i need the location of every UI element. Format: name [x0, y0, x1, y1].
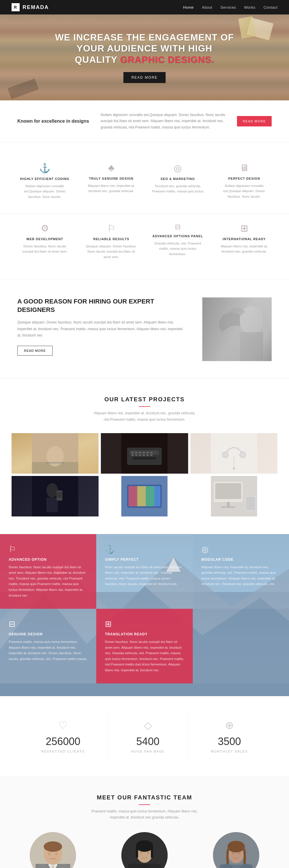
par-empty	[193, 609, 289, 683]
stat-clients-label: RESPECTED CLIENTS	[41, 750, 85, 753]
svg-rect-17	[139, 455, 141, 456]
stat-clients-number: 256000	[41, 736, 85, 748]
project-svg-2	[101, 433, 188, 474]
svg-rect-18	[143, 455, 145, 456]
svg-rect-7	[127, 447, 162, 465]
svg-point-76	[227, 841, 245, 852]
excellence-heading: Known for excellence in designs	[17, 118, 89, 124]
projects-title: OUR LATEST PROJECTS	[11, 396, 278, 403]
logo[interactable]: R REMADA	[11, 3, 49, 11]
hero-section: WE INCREASE THE ENGAGEMENT OF YOUR AUDIE…	[0, 14, 289, 100]
svg-point-78	[238, 852, 241, 855]
person-svg	[202, 298, 272, 361]
project-svg-6	[190, 476, 278, 517]
svg-rect-21	[133, 457, 156, 460]
flag-icon: ⚐	[85, 223, 138, 234]
parallax-section: ⚐ ADVANCED OPTION Donec faucibus. Nunc i…	[0, 534, 289, 696]
feature-international: ⊞ INTERNATIONAL READY Aliquam libero nis…	[211, 217, 278, 265]
project-item-4[interactable]	[11, 476, 99, 517]
project-item-1[interactable]	[11, 433, 99, 474]
projects-subtitle: Aliquam libero nisi, imperdiet at, tinci…	[87, 410, 202, 423]
nav-home[interactable]: Home	[183, 5, 194, 9]
svg-rect-66	[136, 846, 138, 858]
svg-point-26	[232, 467, 235, 470]
grid-par-icon: ⊞	[105, 619, 184, 629]
nav-contact[interactable]: Contact	[263, 5, 278, 9]
svg-rect-43	[221, 506, 235, 508]
excellence-text: Nullam dignissim convallis est.Quisque a…	[101, 112, 225, 130]
stat-fans: ◇ 5400 HUGE FAN BASE	[108, 713, 188, 759]
svg-rect-45	[246, 497, 255, 510]
svg-point-0	[240, 306, 263, 335]
project-svg-4	[11, 476, 99, 517]
parallax-grid: ⚐ ADVANCED OPTION Donec faucibus. Nunc i…	[0, 534, 289, 684]
feature-options: ⊟ ADVANCED OPTIONS PANEL Gravida vehicul…	[145, 217, 211, 265]
stat-fans-number: 5400	[131, 736, 165, 748]
svg-rect-38	[155, 486, 160, 506]
par-modular-code: ◎ MODULAR CODE Aliquam libero nisi, impe…	[193, 534, 289, 609]
svg-rect-42	[226, 502, 229, 506]
team-title: MEET OUR FANTASTIC TEAM	[11, 794, 278, 801]
feature-coding: ⚓ HIGHLY EFFICIENT CODING Nullam digniss…	[11, 157, 78, 205]
team-member-3	[194, 832, 278, 868]
svg-rect-31	[57, 492, 62, 498]
par-genuine-design: ⊟ GENUINE DESIGN Praesent mattis, massa …	[0, 609, 96, 683]
stat-sales-number: 3500	[211, 736, 248, 748]
hero-read-more-button[interactable]: READ MORE	[123, 72, 166, 83]
feature-perfect: 🖥 PERFECT DESIGN Nullam dignissim conval…	[211, 157, 278, 205]
svg-point-58	[48, 852, 50, 855]
svg-point-77	[232, 852, 234, 855]
projects-divider	[139, 406, 150, 407]
team-member-3-svg	[213, 832, 259, 868]
svg-rect-41	[215, 483, 241, 499]
project-svg-5	[101, 476, 188, 517]
nav-about[interactable]: About	[202, 5, 212, 9]
nav-services[interactable]: Services	[220, 5, 236, 9]
nav-links: Home About Services Works Contact	[183, 5, 278, 9]
reason-title: A GOOD REASON FOR HIRING OUR EXPERT DESI…	[17, 298, 185, 314]
team-avatar-2	[121, 832, 168, 868]
team-section: MEET OUR FANTASTIC TEAM Praesent mattis,…	[0, 777, 289, 868]
reason-image	[202, 298, 272, 361]
svg-point-24	[240, 452, 245, 458]
team-avatar-1	[30, 832, 76, 868]
team-divider	[139, 804, 150, 805]
svg-point-28	[46, 483, 58, 498]
svg-rect-9	[132, 452, 134, 454]
anchor-icon: ⚓	[19, 163, 71, 174]
project-item-3[interactable]	[190, 433, 278, 474]
feature-reliable: ⚐ RELIABLE RESULTS Quisque aliquam. Done…	[78, 217, 145, 265]
team-grid	[11, 832, 278, 868]
svg-rect-19	[147, 455, 149, 456]
nav-works[interactable]: Works	[244, 5, 255, 9]
project-svg-1	[11, 433, 99, 474]
diamond-icon: ◇	[131, 719, 165, 732]
team-subtitle: Praesent mattis, massa quis luctus ferme…	[87, 808, 202, 821]
stat-sales-label: MONTHLEY SALES	[211, 750, 248, 753]
par-translation-ready: ⊞ TRANSLATION READY Donec faucibus. Nunc…	[96, 609, 192, 683]
svg-rect-20	[150, 455, 153, 456]
svg-marker-55	[51, 865, 54, 868]
reason-read-more-button[interactable]: READ MORE	[17, 346, 52, 355]
par-simply-perfect: ⚓ SIMPLY PERFECT Nunc iaculis suscipit d…	[96, 534, 192, 609]
excellence-section: Known for excellence in designs Nullam d…	[0, 100, 289, 142]
svg-point-57	[44, 841, 62, 852]
international-icon: ⊞	[218, 223, 270, 234]
project-item-6[interactable]	[190, 476, 278, 517]
sliders-par-icon: ⊟	[9, 619, 87, 629]
svg-rect-5	[46, 462, 64, 464]
par-advanced-option: ⚐ ADVANCED OPTION Donec faucibus. Nunc i…	[0, 534, 96, 609]
project-svg-3	[190, 433, 278, 474]
heart-icon: ♡	[41, 719, 85, 732]
reason-text: Quisque aliquam. Donec faucibus. Nunc ia…	[17, 319, 185, 339]
reason-content: A GOOD REASON FOR HIRING OUR EXPERT DESI…	[17, 298, 185, 355]
excellence-read-more-button[interactable]: READ MORE	[237, 116, 272, 126]
project-item-2[interactable]	[101, 433, 188, 474]
svg-rect-29	[46, 498, 58, 512]
logo-box: R	[11, 3, 20, 11]
svg-rect-14	[150, 452, 153, 454]
svg-rect-16	[135, 455, 138, 456]
feature-design: ♣ TRULY GENUINE DESIGN Aliquam libero ni…	[78, 157, 145, 205]
project-item-5[interactable]	[101, 476, 188, 517]
feature-seo: ◎ SEO & MARKETING Tincidunt nec, gravida…	[145, 157, 211, 205]
